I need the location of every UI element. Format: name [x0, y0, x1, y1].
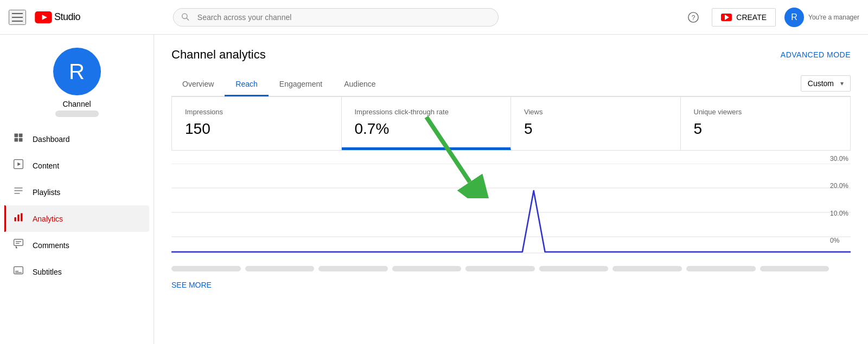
nav-items: Dashboard Content [0, 126, 154, 285]
y-axis-labels: 30.0% 20.0% 10.0% 0% [830, 155, 851, 244]
sidebar-label-comments: Comments [33, 241, 69, 250]
search-icon [181, 12, 189, 22]
record-icon [721, 14, 732, 21]
impressions-value: 150 [185, 120, 328, 138]
sidebar-item-playlists[interactable]: Playlists [4, 179, 149, 205]
subtitles-icon [13, 265, 24, 278]
svg-marker-11 [17, 163, 21, 166]
x-axis-labels [171, 263, 851, 271]
x-label-item [318, 266, 388, 271]
dashboard-icon [13, 132, 24, 146]
page-header: Channel analytics ADVANCED MODE [171, 48, 851, 62]
analytics-icon [13, 212, 24, 225]
views-value: 5 [524, 120, 667, 138]
x-label-item [686, 266, 756, 271]
header-left: Studio [9, 10, 80, 25]
sidebar-label-content: Content [33, 161, 59, 170]
stat-unique-viewers[interactable]: Unique viewers 5 [681, 97, 851, 150]
views-label: Views [524, 108, 667, 116]
tab-overview[interactable]: Overview [171, 73, 225, 96]
tab-audience[interactable]: Audience [333, 73, 386, 96]
svg-rect-9 [19, 138, 23, 142]
svg-rect-8 [15, 138, 18, 142]
y-label-20: 20.0% [830, 182, 848, 190]
stat-ctr[interactable]: Impressions click-through rate 0.7% [342, 97, 512, 150]
y-label-0: 0% [830, 237, 848, 244]
playlists-icon [13, 185, 24, 199]
unique-viewers-value: 5 [694, 120, 838, 138]
tab-reach[interactable]: Reach [225, 73, 268, 96]
svg-rect-6 [15, 134, 18, 138]
sidebar-label-analytics: Analytics [33, 215, 63, 223]
search-input[interactable] [173, 8, 499, 27]
svg-marker-21 [16, 245, 17, 248]
ctr-label: Impressions click-through rate [355, 108, 498, 116]
user-section: R You're a manager [784, 8, 859, 27]
impressions-label: Impressions [185, 108, 328, 116]
svg-line-3 [187, 18, 189, 20]
sidebar-item-analytics[interactable]: Analytics [4, 205, 149, 232]
ctr-value: 0.7% [355, 120, 498, 138]
x-label-item [465, 266, 535, 271]
channel-handle [55, 111, 99, 117]
svg-rect-15 [15, 217, 16, 222]
sidebar-label-subtitles: Subtitles [33, 268, 62, 276]
sidebar: R Channel Dashboard [0, 35, 154, 344]
user-role: You're a manager [808, 14, 859, 21]
avatar[interactable]: R [784, 8, 804, 27]
svg-rect-16 [17, 215, 19, 222]
date-selector[interactable]: Custom ▾ [801, 75, 851, 92]
channel-avatar: R [53, 48, 101, 95]
see-more-button[interactable]: SEE MORE [171, 276, 212, 294]
comments-icon [13, 238, 24, 252]
svg-text:?: ? [692, 14, 695, 21]
tab-engagement[interactable]: Engagement [269, 73, 333, 96]
sidebar-item-comments[interactable]: Comments [4, 232, 149, 258]
chart-area: 30.0% 20.0% 10.0% 0% [171, 155, 851, 274]
search-bar [173, 8, 499, 27]
channel-name: Channel [62, 100, 91, 108]
x-label-item [392, 266, 462, 271]
help-button[interactable]: ? [684, 8, 703, 27]
chevron-down-icon: ▾ [840, 80, 844, 87]
page-title: Channel analytics [171, 48, 266, 62]
svg-rect-17 [21, 213, 22, 222]
unique-viewers-label: Unique viewers [694, 108, 838, 116]
x-label-item [539, 266, 609, 271]
hamburger-menu[interactable] [9, 10, 26, 25]
create-button[interactable]: CREATE [712, 8, 776, 27]
content-icon [13, 159, 24, 172]
logo[interactable]: Studio [35, 11, 80, 23]
x-label-item [171, 266, 241, 271]
layout: R Channel Dashboard [0, 35, 868, 344]
stat-views[interactable]: Views 5 [511, 97, 681, 150]
svg-rect-7 [19, 134, 23, 138]
sidebar-label-playlists: Playlists [33, 188, 60, 197]
logo-text: Studio [54, 11, 80, 23]
x-label-item [760, 266, 829, 271]
advanced-mode-button[interactable]: ADVANCED MODE [781, 50, 851, 59]
tabs-row: Overview Reach Engagement Audience Custo… [171, 73, 851, 96]
sidebar-label-dashboard: Dashboard [33, 135, 70, 144]
date-selector-label: Custom [808, 79, 834, 88]
x-label-item [612, 266, 682, 271]
stats-row: Impressions 150 Impressions click-throug… [171, 96, 851, 151]
y-label-10: 10.0% [830, 210, 848, 217]
stat-impressions[interactable]: Impressions 150 [172, 97, 342, 150]
chart-svg [171, 164, 851, 261]
x-label-item [245, 266, 315, 271]
sidebar-item-dashboard[interactable]: Dashboard [4, 126, 149, 152]
main-content: Channel analytics ADVANCED MODE Overview… [154, 35, 868, 344]
svg-rect-18 [14, 239, 23, 246]
header-right: ? CREATE R You're a manager [684, 8, 859, 27]
create-label: CREATE [736, 13, 767, 22]
y-label-30: 30.0% [830, 155, 848, 163]
sidebar-item-content[interactable]: Content [4, 152, 149, 179]
tabs-left: Overview Reach Engagement Audience [171, 73, 387, 96]
header: Studio ? CREATE R You're a manager [0, 0, 868, 35]
sidebar-item-subtitles[interactable]: Subtitles [4, 258, 149, 285]
